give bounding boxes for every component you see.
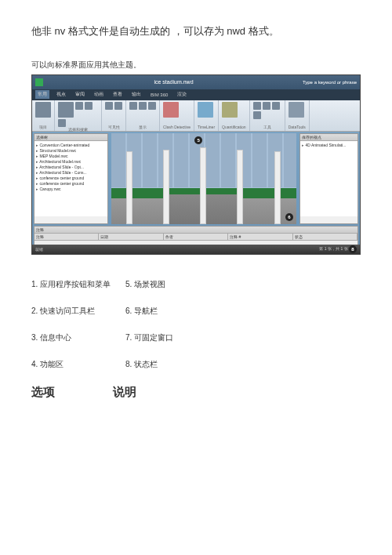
tree-item[interactable]: 4D Animated Simulati... — [302, 143, 356, 148]
tree-item[interactable]: Structural Model.nwc — [36, 148, 106, 154]
status-right: 第 1 张，共 1 张 — [319, 246, 347, 251]
ribbon-group-project: 项目 — [32, 100, 55, 131]
ribbon-tabs: 常用 视点 审阅 动画 查看 输出 BIM 360 渲染 — [32, 89, 360, 100]
tree-item[interactable]: Canopy.nwc — [36, 187, 106, 192]
tab-output[interactable]: 输出 — [129, 90, 143, 99]
panel-header: 注释 — [34, 227, 358, 234]
legend-5: 5. 场景视图 — [125, 278, 165, 291]
clash-icon[interactable] — [163, 102, 179, 118]
panel-header: 选择树 — [34, 134, 107, 141]
app-icon[interactable] — [35, 78, 43, 86]
pillar — [237, 150, 243, 224]
rv1[interactable] — [105, 102, 113, 110]
tree-item[interactable]: conference center ground — [36, 176, 106, 181]
ribbon-group-clash: Clash Detective — [160, 100, 194, 131]
rt1[interactable] — [253, 102, 261, 110]
statusbar: 就绪 第 1 张，共 1 张 8 — [32, 245, 360, 254]
legend-4: 4. 功能区 — [31, 358, 125, 371]
col[interactable]: 日期 — [99, 234, 163, 240]
legend-1: 1. 应用程序按钮和菜单 — [31, 278, 125, 291]
tree-item[interactable]: Architectural Slide - Opt... — [36, 165, 106, 170]
callout-5: 5 — [194, 136, 202, 144]
callout-6: 6 — [285, 213, 293, 221]
app-window: ice stadium.nwd Type a keyword or phrase… — [31, 74, 361, 255]
infocenter[interactable]: Type a keyword or phrase — [303, 80, 357, 85]
ribbon-group-datatools: DataTools — [285, 100, 310, 131]
rt2[interactable] — [263, 102, 270, 110]
ribbon-group-timeliner: TimeLiner — [194, 100, 219, 131]
tab-review[interactable]: 审阅 — [73, 90, 87, 99]
tab-view[interactable]: 查看 — [111, 90, 125, 99]
ribbon-group-disp: 显示 — [126, 100, 160, 131]
tree-item[interactable]: conference center ground — [36, 181, 106, 187]
pillar — [126, 151, 132, 224]
tree-item[interactable]: Convention Center-animated — [36, 143, 106, 148]
titlebar: ice stadium.nwd Type a keyword or phrase — [32, 75, 360, 89]
rd3[interactable] — [148, 102, 156, 110]
section-desc: 说明 — [113, 385, 191, 400]
theme-caption: 可以向标准界面应用其他主题。 — [31, 60, 361, 71]
tree: Convention Center-animated Structural Mo… — [34, 141, 107, 216]
timeliner-icon[interactable] — [198, 102, 213, 118]
rd2[interactable] — [139, 102, 147, 110]
ribbon-group-select: 选择和搜索 — [55, 100, 102, 131]
pillar — [274, 151, 281, 224]
viewpoints-panel[interactable]: 保存的视点 4D Animated Simulati... — [299, 133, 358, 224]
scene-view[interactable]: 5 6 — [111, 133, 296, 224]
vp-tree: 4D Animated Simulati... — [300, 141, 358, 216]
tree-item[interactable]: MEP Model.nwc — [36, 154, 106, 159]
rs1[interactable] — [75, 102, 83, 110]
legend-2: 2. 快速访问工具栏 — [31, 305, 125, 317]
status-left: 就绪 — [35, 247, 43, 252]
tab-bim360[interactable]: BIM 360 — [148, 92, 170, 98]
window-title: ice stadium.nwd — [45, 79, 303, 85]
datatools-icon[interactable] — [289, 102, 304, 118]
doc-title: 他非 nv 格式文件是自动生成的 ，可以存为 nwd 格式。 — [31, 24, 361, 40]
legend-3: 3. 信息中心 — [31, 332, 125, 344]
pillar — [163, 150, 169, 224]
ribbon: 项目 选择和搜索 可见性 显示 Clash Detective TimeLine… — [32, 100, 360, 132]
callout-8: 8 — [349, 245, 357, 253]
tab-render[interactable]: 渲染 — [175, 90, 189, 99]
col[interactable]: 注释 — [34, 234, 99, 240]
legend-6: 6. 导航栏 — [125, 305, 158, 317]
legend-7: 7. 可固定窗口 — [125, 332, 173, 344]
workspace: 选择树 Convention Center-animated Structura… — [32, 132, 360, 226]
legend-8: 8. 状态栏 — [125, 358, 158, 371]
pillar — [200, 147, 206, 223]
tab-home[interactable]: 常用 — [35, 90, 49, 99]
panel-header: 保存的视点 — [300, 134, 358, 141]
selection-tree-panel[interactable]: 选择树 Convention Center-animated Structura… — [34, 133, 108, 224]
legend: 1. 应用程序按钮和菜单5. 场景视图 2. 快速访问工具栏6. 导航栏 3. … — [31, 278, 361, 371]
col[interactable]: 作者 — [164, 234, 228, 240]
rt3[interactable] — [272, 102, 280, 110]
ribbon-group-vis: 可见性 — [102, 100, 126, 131]
tree-item[interactable]: Architectural Model.nwc — [36, 159, 106, 165]
col[interactable]: 状态 — [293, 234, 358, 240]
rv2[interactable] — [114, 102, 122, 110]
ribbon-group-tools: 工具 — [250, 100, 285, 131]
comment-cols: 注释 日期 作者 注释 # 状态 — [34, 234, 358, 241]
rd1[interactable] — [129, 102, 137, 110]
section-header: 选项 说明 — [31, 385, 361, 400]
col[interactable]: 注释 # — [228, 234, 292, 240]
select-icon[interactable] — [58, 102, 74, 118]
append-icon[interactable] — [35, 102, 51, 118]
quant-icon[interactable] — [222, 102, 238, 118]
tab-viewpoint[interactable]: 视点 — [54, 90, 68, 99]
tab-anim[interactable]: 动画 — [92, 90, 106, 99]
rs3[interactable] — [58, 119, 66, 127]
section-options: 选项 — [31, 385, 110, 400]
ribbon-group-quant: Quantification — [219, 100, 250, 131]
rt4[interactable] — [253, 111, 261, 119]
tree-item[interactable]: Architectural Slide - Cons... — [36, 170, 106, 176]
rs2[interactable] — [85, 102, 93, 110]
